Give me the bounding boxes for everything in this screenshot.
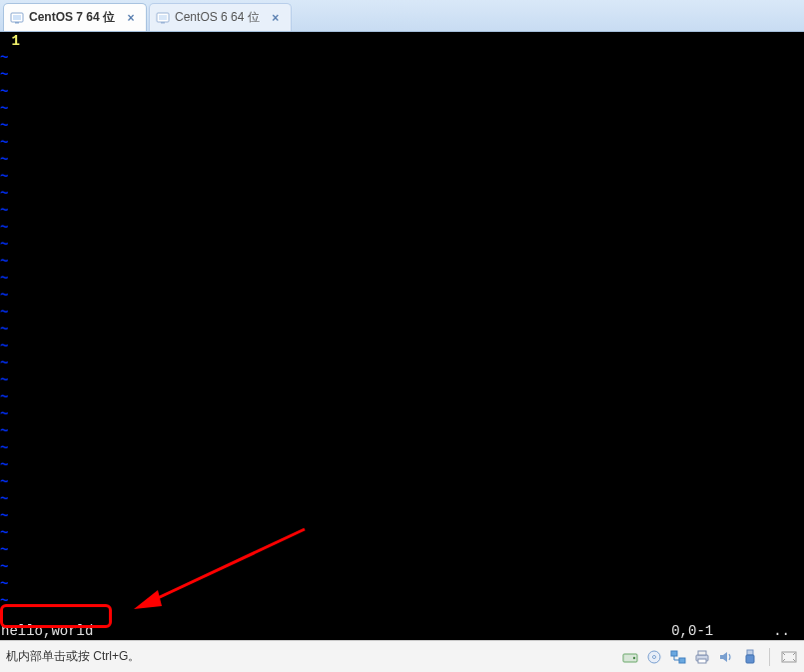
svg-rect-17 (747, 650, 753, 655)
printer-icon[interactable] (693, 648, 711, 666)
empty-line-tildes: ~~~~~~~~~~~~~~~~~~~~~~~~~~~~~~~~~ (0, 50, 10, 610)
vm-status-bar: 机内部单击或按 Ctrl+G。 (0, 640, 804, 672)
cd-icon[interactable] (645, 648, 663, 666)
scroll-indicator: .. (773, 623, 790, 640)
svg-rect-1 (13, 15, 21, 20)
svg-rect-5 (161, 22, 165, 24)
close-icon[interactable]: × (269, 11, 283, 25)
expand-icon[interactable] (780, 650, 798, 664)
svg-point-11 (653, 655, 656, 658)
svg-line-6 (145, 529, 305, 604)
svg-rect-4 (159, 15, 167, 20)
sound-icon[interactable] (717, 648, 735, 666)
network-icon[interactable] (669, 648, 687, 666)
svg-rect-18 (746, 655, 754, 663)
vim-status-line: hello,world 0,0-1 .. (0, 623, 804, 640)
svg-rect-16 (698, 659, 706, 663)
svg-point-9 (633, 656, 635, 658)
svg-rect-15 (698, 651, 706, 655)
tab-centos6[interactable]: CentOS 6 64 位 × (149, 3, 292, 31)
vim-message: hello,world (0, 623, 93, 640)
tab-label: CentOS 7 64 位 (29, 9, 115, 26)
disk-icon[interactable] (621, 648, 639, 666)
svg-rect-12 (671, 651, 677, 656)
usb-icon[interactable] (741, 648, 759, 666)
vm-device-tray (621, 648, 798, 666)
tab-label: CentOS 6 64 位 (175, 9, 260, 26)
annotation-arrow (110, 524, 310, 624)
separator (769, 648, 770, 666)
close-icon[interactable]: × (124, 11, 138, 25)
vm-icon (156, 11, 170, 25)
svg-marker-7 (134, 590, 162, 609)
vm-icon (10, 11, 24, 25)
cursor-position: 0,0-1 (671, 623, 713, 640)
svg-rect-2 (15, 22, 19, 24)
line-number: 1 (0, 32, 24, 50)
svg-rect-13 (679, 658, 685, 663)
terminal[interactable]: 1 ~~~~~~~~~~~~~~~~~~~~~~~~~~~~~~~~~ hell… (0, 32, 804, 640)
vm-hint-text: 机内部单击或按 Ctrl+G。 (6, 648, 140, 665)
tab-bar: CentOS 7 64 位 × CentOS 6 64 位 × (0, 0, 804, 32)
tab-centos7[interactable]: CentOS 7 64 位 × (3, 3, 147, 31)
